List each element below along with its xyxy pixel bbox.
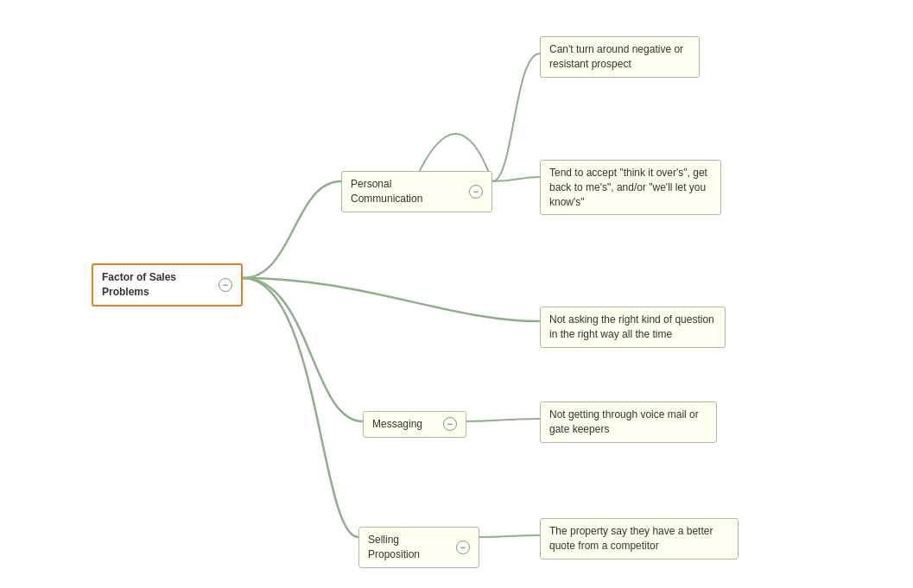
messaging-node: Messaging −	[363, 411, 466, 438]
leaf-5-label: The property say they have a better quot…	[549, 524, 729, 553]
selling-prop-collapse-btn[interactable]: −	[456, 541, 470, 554]
messaging-collapse-btn[interactable]: −	[443, 417, 457, 431]
leaf-2-label: Tend to accept "think it over's", get ba…	[549, 166, 712, 209]
mind-map: Factor of Sales Problems − Personal Comm…	[0, 0, 913, 588]
root-node: Factor of Sales Problems −	[92, 263, 243, 307]
leaf-node-5: The property say they have a better quot…	[540, 518, 739, 560]
root-label: Factor of Sales Problems	[102, 270, 215, 300]
personal-comm-label: Personal Communication	[351, 177, 466, 206]
messaging-label: Messaging	[372, 417, 440, 432]
selling-prop-label: Selling Proposition	[368, 533, 453, 562]
personal-comm-collapse-btn[interactable]: −	[469, 185, 483, 199]
leaf-node-4: Not getting through voice mail or gate k…	[540, 401, 717, 443]
personal-comm-node: Personal Communication −	[341, 171, 492, 212]
leaf-4-label: Not getting through voice mail or gate k…	[549, 408, 707, 437]
leaf-1-label: Can't turn around negative or resistant …	[549, 42, 690, 72]
leaf-node-3: Not asking the right kind of question in…	[540, 307, 726, 348]
root-collapse-btn[interactable]: −	[219, 278, 232, 292]
leaf-node-2: Tend to accept "think it over's", get ba…	[540, 160, 721, 215]
leaf-node-1: Can't turn around negative or resistant …	[540, 36, 700, 78]
selling-prop-node: Selling Proposition −	[358, 527, 479, 568]
leaf-3-label: Not asking the right kind of question in…	[549, 313, 716, 342]
